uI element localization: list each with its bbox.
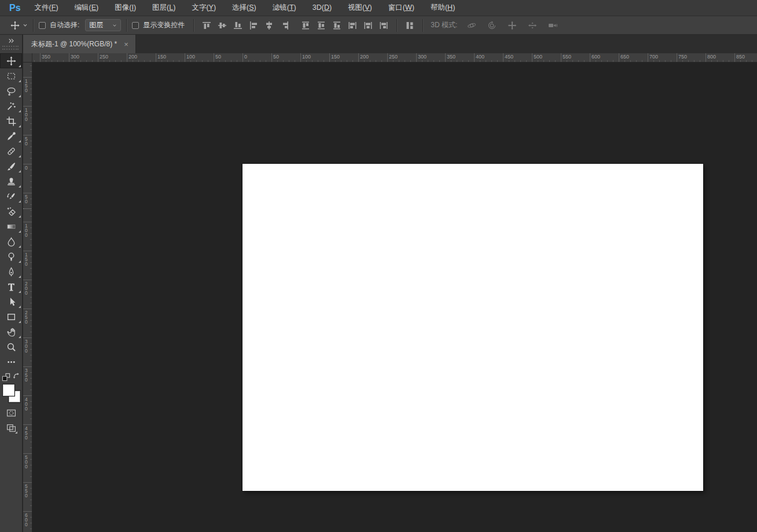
rectangular-marquee-icon (6, 71, 16, 81)
3d-rotate-button[interactable] (464, 19, 479, 32)
lasso-tool[interactable] (0, 83, 22, 98)
distribute-left-edges-button[interactable] (345, 19, 360, 32)
align-horizontal-centers-button[interactable] (262, 19, 277, 32)
screen-mode-button[interactable] (4, 421, 18, 434)
3d-roll-button[interactable] (484, 19, 499, 32)
distribute-spacing-button[interactable] (402, 19, 417, 32)
type-tool[interactable] (0, 279, 22, 294)
move-tool[interactable] (0, 53, 22, 68)
distribute-top-edges-button[interactable] (298, 19, 313, 32)
default-colors-icon[interactable] (2, 373, 10, 381)
menu-item-window[interactable]: 窗口(W) (380, 0, 422, 16)
ruler-tick (694, 60, 694, 62)
ruler-label: 200 (128, 54, 137, 60)
auto-select-checkbox[interactable] (39, 22, 46, 29)
rectangular-marquee-tool[interactable] (0, 68, 22, 83)
collapse-panel-icon[interactable] (8, 38, 14, 44)
ruler-origin-corner[interactable] (23, 53, 32, 63)
ruler-tick (515, 60, 515, 62)
gradient-tool[interactable] (0, 219, 22, 234)
path-selection-tool[interactable] (0, 294, 22, 309)
menu-item-filter[interactable]: 滤镜(T) (264, 0, 304, 16)
document-canvas[interactable] (242, 164, 703, 491)
eraser-tool[interactable] (0, 204, 22, 219)
menu-item-image[interactable]: 图像(I) (106, 0, 144, 16)
hand-tool[interactable] (0, 324, 22, 339)
3d-pan-button[interactable] (505, 19, 520, 32)
ruler-tick (30, 233, 32, 234)
quick-mask-button[interactable] (4, 406, 18, 419)
menu-item-3d[interactable]: 3D(D) (304, 0, 340, 16)
panel-gripper[interactable] (2, 46, 19, 50)
move-tool-icon (10, 21, 20, 30)
dodge-tool[interactable] (0, 249, 22, 264)
clone-stamp-tool[interactable] (0, 174, 22, 189)
distribute-bottom-edges-button[interactable] (329, 19, 344, 32)
align-vertical-centers-button[interactable] (215, 19, 230, 32)
ruler-tick (624, 60, 625, 62)
brush-tool[interactable] (0, 159, 22, 174)
ruler-tick (364, 60, 365, 62)
vertical-ruler[interactable]: 1 5 01 0 05 005 01 0 01 5 02 0 02 5 03 0… (23, 63, 32, 532)
close-tab-icon[interactable]: × (123, 41, 130, 48)
ruler-tick (214, 53, 214, 62)
ruler-tick (30, 152, 32, 153)
foreground-color-swatch[interactable] (3, 384, 14, 396)
ruler-tick (399, 60, 399, 62)
align-top-edges-button[interactable] (199, 19, 214, 32)
distribute-right-edges-button[interactable] (376, 19, 391, 32)
auto-select-target-dropdown[interactable]: 图层 (85, 19, 121, 31)
menu-item-select[interactable]: 选择(S) (224, 0, 264, 16)
menu-item-view[interactable]: 视图(V) (340, 0, 380, 16)
flyout-triangle-icon (19, 155, 21, 157)
swap-colors-icon[interactable] (13, 372, 20, 380)
3d-slide-button[interactable] (525, 19, 540, 32)
horizontal-ruler[interactable]: 3503002502001501005005010015020025030035… (32, 53, 757, 63)
ruler-tick (219, 60, 220, 62)
history-brush-tool[interactable] (0, 189, 22, 204)
menu-item-layer[interactable]: 图层(L) (144, 0, 183, 16)
flyout-triangle-icon (19, 185, 21, 188)
align-left-edges-button[interactable] (246, 19, 261, 32)
distribute-horizontal-centers-button[interactable] (361, 19, 376, 32)
ruler-tick (665, 60, 666, 62)
crop-tool[interactable] (0, 113, 22, 129)
chevron-down-icon (23, 23, 28, 28)
spot-healing-brush-tool[interactable] (0, 144, 22, 159)
ruler-tick (30, 141, 32, 141)
blur-tool[interactable] (0, 234, 22, 249)
show-transform-option: 显示变换控件 (132, 20, 185, 30)
eyedropper-tool[interactable] (0, 129, 22, 144)
align-buttons (199, 19, 292, 32)
ruler-tick (520, 60, 521, 62)
align-bottom-edges-button[interactable] (230, 19, 245, 32)
ruler-label: 2 0 0 (25, 281, 28, 295)
ruler-tick (23, 222, 32, 222)
menu-item-edit[interactable]: 编辑(E) (67, 0, 107, 16)
edit-toolbar-tool[interactable] (0, 354, 22, 369)
menu-item-help[interactable]: 帮助(H) (422, 0, 463, 16)
ruler-tick (167, 60, 168, 62)
align-right-edges-button[interactable] (277, 19, 292, 32)
pen-tool[interactable] (0, 264, 22, 279)
document-tab[interactable]: 未标题-1 @ 100%(RGB/8) * × (23, 35, 136, 53)
ruler-tick (30, 297, 32, 298)
distribute-left-edges-icon (348, 21, 357, 30)
ruler-tick (746, 60, 747, 62)
distribute-vertical-centers-button[interactable] (314, 19, 329, 32)
flyout-triangle-icon (19, 321, 21, 323)
ruler-tick (30, 129, 32, 130)
quick-selection-tool[interactable] (0, 98, 22, 113)
show-transform-checkbox[interactable] (132, 22, 139, 29)
menu-item-file[interactable]: 文件(F) (27, 0, 67, 16)
ruler-label: 5 5 0 (25, 484, 28, 498)
ruler-tick (98, 53, 98, 62)
zoom-tool[interactable] (0, 339, 22, 354)
ruler-label: 450 (505, 54, 513, 60)
ruler-tick (271, 53, 272, 62)
3d-camera-button[interactable] (545, 19, 560, 32)
flyout-triangle-icon (19, 276, 21, 278)
rectangle-shape-tool[interactable] (0, 309, 22, 324)
active-tool-preset[interactable] (10, 21, 28, 30)
menu-item-type[interactable]: 文字(Y) (183, 0, 224, 16)
